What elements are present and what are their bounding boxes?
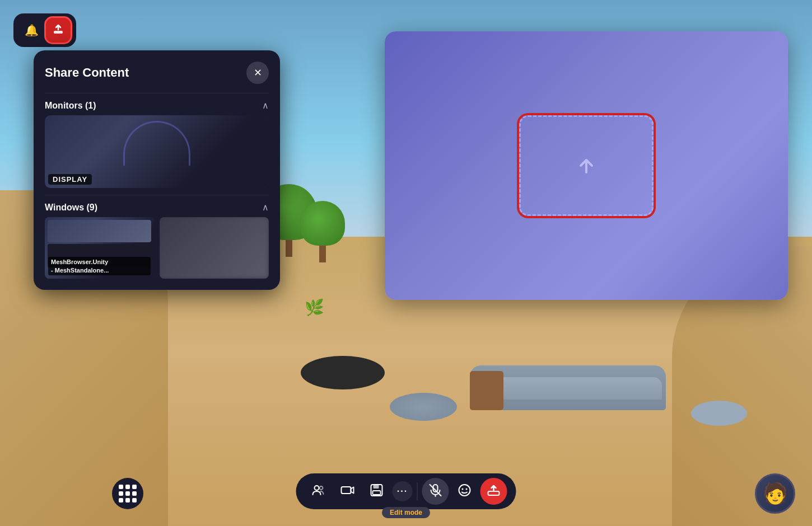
windows-section-title: Windows (9) xyxy=(45,203,97,213)
share-up-icon xyxy=(52,23,64,38)
camera-icon xyxy=(340,483,355,500)
sofa-back xyxy=(477,377,662,400)
separator xyxy=(417,482,418,500)
window-thumbnail-2[interactable] xyxy=(160,217,269,279)
coffee-table xyxy=(301,356,385,389)
svg-point-2 xyxy=(320,486,323,490)
avatars-icon xyxy=(311,483,326,500)
notification-icon: 🔔 xyxy=(25,24,39,37)
upload-arrow-icon xyxy=(570,149,603,182)
big-screen xyxy=(385,31,788,300)
apps-dot xyxy=(132,498,137,502)
mute-button[interactable] xyxy=(422,478,449,505)
apps-dot xyxy=(132,491,137,496)
monitor-thumbnail[interactable]: DISPLAY xyxy=(45,115,269,188)
monitors-chevron-icon: ∧ xyxy=(262,100,269,111)
apps-dot xyxy=(119,498,123,502)
apps-dot xyxy=(119,491,123,496)
tree-3 xyxy=(300,201,345,262)
svg-point-1 xyxy=(315,486,319,490)
windows-section-header[interactable]: Windows (9) ∧ xyxy=(45,195,269,217)
avatars-button[interactable] xyxy=(305,478,332,505)
monitors-section-title: Monitors (1) xyxy=(45,101,96,111)
apps-dot xyxy=(125,498,130,502)
save-icon xyxy=(370,483,384,500)
notification-button[interactable]: 🔔 xyxy=(19,18,44,43)
svg-point-10 xyxy=(459,485,470,496)
svg-point-12 xyxy=(466,488,468,490)
svg-rect-6 xyxy=(373,491,381,495)
window-label-1: MeshBrowser.Unity- MeshStandalone... xyxy=(48,257,151,275)
panel-title: Share Content xyxy=(45,65,129,80)
monitor-arch xyxy=(123,121,190,166)
side-table xyxy=(470,371,503,410)
tree-crown xyxy=(300,201,345,246)
close-button[interactable]: ✕ xyxy=(246,62,269,84)
screen-upload-area xyxy=(519,115,654,216)
save-button[interactable] xyxy=(363,478,390,505)
edit-mode-badge: Edit mode xyxy=(382,507,430,518)
close-icon: ✕ xyxy=(254,67,262,79)
apps-button[interactable] xyxy=(112,478,143,509)
windows-grid: MeshBrowser.Unity- MeshStandalone... xyxy=(45,217,269,279)
share-active-button[interactable] xyxy=(480,478,507,505)
window-thumbnail-1[interactable]: MeshBrowser.Unity- MeshStandalone... xyxy=(45,217,154,279)
monitor-inner: DISPLAY xyxy=(45,115,269,188)
top-toolbar: 🔔 xyxy=(13,13,76,47)
ottoman xyxy=(390,393,457,421)
windows-chevron-icon: ∧ xyxy=(262,202,269,213)
share-content-panel: Share Content ✕ Monitors (1) ∧ DISPLAY W… xyxy=(34,50,280,290)
emoji-button[interactable] xyxy=(451,478,478,505)
apps-dot xyxy=(132,485,137,489)
more-button[interactable]: ··· xyxy=(393,481,413,501)
apps-dot xyxy=(119,485,123,489)
tree-trunk xyxy=(319,246,326,262)
share-active-icon xyxy=(487,483,501,500)
plant-decoration: 🌿 xyxy=(305,300,324,316)
plant: 🌿 xyxy=(305,300,324,316)
tree-trunk xyxy=(286,240,292,257)
monitors-section-header[interactable]: Monitors (1) ∧ xyxy=(45,93,269,115)
emoji-icon xyxy=(458,483,472,500)
edit-mode-text: Edit mode xyxy=(390,509,422,516)
share-screen-button[interactable] xyxy=(46,18,71,43)
monitor-label: DISPLAY xyxy=(48,174,92,185)
panel-header: Share Content ✕ xyxy=(45,62,269,84)
svg-rect-5 xyxy=(374,485,379,489)
apps-dot xyxy=(125,491,130,496)
svg-rect-13 xyxy=(488,491,500,495)
apps-dot xyxy=(125,485,130,489)
svg-point-11 xyxy=(462,488,464,490)
bottom-taskbar: ··· xyxy=(296,473,516,509)
svg-rect-0 xyxy=(54,31,63,34)
window-preview-2 xyxy=(160,217,269,279)
microphone-muted-icon xyxy=(428,483,443,500)
svg-rect-3 xyxy=(342,487,351,494)
avatar-icon: 🧑 xyxy=(763,482,788,505)
camera-button[interactable] xyxy=(334,478,361,505)
apps-grid-icon xyxy=(119,485,137,502)
avatar-button[interactable]: 🧑 xyxy=(755,473,795,514)
more-dots-icon: ··· xyxy=(397,486,408,496)
